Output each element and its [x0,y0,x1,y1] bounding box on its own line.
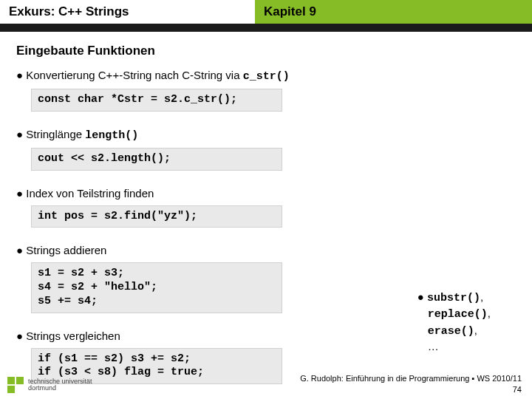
svg-rect-2 [7,386,15,393]
code-0: const char *Cstr = s2.c_str(); [31,89,282,112]
code-1: cout << s2.length(); [31,148,282,171]
subtitle: Eingebaute Funktionen [16,44,516,58]
bullet-4-text: ● Strings vergleichen [16,330,120,342]
divider-strip [0,24,532,32]
svg-rect-0 [7,377,15,384]
title-bar: Exkurs: C++ Strings Kapitel 9 [0,0,532,24]
page-number: 74 [300,384,522,395]
bullet-3-text: ● Strings addieren [16,244,106,256]
bullet-2: ● Index von Teilstring finden [16,187,516,200]
side-functions: ● substr(), replace(), erase(), … [417,290,491,354]
sidefn-line-4: … [417,339,491,354]
slide: Exkurs: C++ Strings Kapitel 9 Eingebaute… [0,0,532,399]
bullet-0-mono: c_str() [243,70,290,83]
sidefn-line-1: ● substr(), [417,290,491,306]
title-right: Kapitel 9 [255,0,532,24]
title-left: Exkurs: C++ Strings [0,0,255,24]
sidefn-3-post: , [474,324,477,336]
bullet-3: ● Strings addieren [16,244,516,256]
bullet-1-text: ● Stringlänge [16,128,85,140]
sidefn-2-post: , [488,307,491,319]
code-2: int pos = s2.find("yz"); [31,205,282,228]
bullet-1-mono: length() [85,129,138,142]
bullet-0: ● Konvertierung C++-String nach C-String… [16,69,516,83]
logo-line-2: dortmund [28,385,92,392]
sidefn-bullet: ● [417,290,427,303]
sidefn-line-3: erase(), [417,323,491,339]
code-3: s1 = s2 + s3; s4 = s2 + "hello"; s5 += s… [31,262,282,313]
svg-rect-1 [16,377,24,384]
logo-text: technische universität dortmund [28,378,92,392]
tu-logo-icon [7,377,24,393]
university-logo: technische universität dortmund [7,377,92,393]
sidefn-substr: substr() [427,292,480,304]
bullet-0-text: ● Konvertierung C++-String nach C-String… [16,69,243,81]
bullet-1: ● Stringlänge length() [16,128,516,142]
bullet-2-text: ● Index von Teilstring finden [16,187,154,200]
sidefn-line-2: replace(), [417,306,491,322]
footer-line-1: G. Rudolph: Einführung in die Programmie… [300,373,522,383]
footer: G. Rudolph: Einführung in die Programmie… [300,373,522,395]
sidefn-replace: replace() [428,308,488,321]
sidefn-1-post: , [480,290,483,303]
sidefn-erase: erase() [428,325,474,338]
